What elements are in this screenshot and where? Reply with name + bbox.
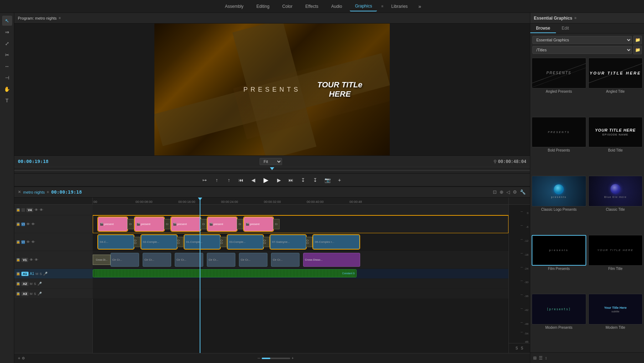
- v4-toggle2[interactable]: [21, 208, 25, 212]
- export-frame-btn[interactable]: 📷: [323, 175, 332, 185]
- v2-mute[interactable]: 👁: [31, 240, 35, 244]
- graphics-source-select[interactable]: Essential Graphics Local Templates Folde…: [532, 36, 632, 44]
- v1-clip-6[interactable]: Cir Cr...: [271, 253, 300, 267]
- v2-lock[interactable]: 🔒: [16, 240, 20, 244]
- v3-clip-4[interactable]: 🎬 present: [208, 217, 237, 231]
- go-to-out-btn[interactable]: ⏭: [286, 175, 296, 185]
- linked-selection-tool[interactable]: ⊕: [499, 189, 504, 195]
- graphic-film-presents[interactable]: presents Film Presents: [532, 235, 586, 292]
- add-track-btn[interactable]: +: [18, 356, 20, 361]
- v1-clip-7[interactable]: Cross Disso...: [303, 253, 360, 267]
- v3-clip-1[interactable]: 🎬 present: [98, 217, 127, 231]
- settings-btn[interactable]: ⚙: [22, 356, 25, 360]
- angled-presents-thumb[interactable]: PRESENTS: [532, 58, 586, 88]
- graphic-bold-presents[interactable]: PRESENTS Bold Presents: [532, 117, 586, 174]
- a3-lock[interactable]: 🔒: [16, 292, 20, 296]
- wrench-tool[interactable]: 🔧: [519, 189, 526, 195]
- v2-trans-2[interactable]: Cr Cr: [177, 237, 183, 247]
- graphic-modern-title[interactable]: Your Title Here subtitle Modern Title: [588, 294, 643, 351]
- angled-title-thumb[interactable]: YOUR TITLE HERE: [588, 58, 643, 88]
- classic-logo-thumb[interactable]: presents: [532, 176, 586, 206]
- v2-trans-4[interactable]: Cr Cr: [263, 237, 270, 247]
- graphic-classic-logo[interactable]: presents Classic Logo Presents: [532, 176, 586, 233]
- v2-trans-5[interactable]: Cr Cr: [306, 237, 312, 247]
- v3-trans-1[interactable]: Cr: [127, 219, 134, 229]
- step-back-btn[interactable]: ◀: [249, 175, 258, 185]
- mark-clip-in-btn[interactable]: ↑: [212, 175, 221, 185]
- v3-trans-2[interactable]: Cr: [164, 219, 170, 229]
- v1-eye[interactable]: 👁: [30, 258, 33, 262]
- v1-clip-4[interactable]: Cir Cr...: [207, 253, 235, 267]
- sort-btn[interactable]: ↕: [545, 356, 547, 361]
- a1-lock[interactable]: 🔒: [16, 272, 20, 276]
- v3-trans-3[interactable]: Cr: [200, 219, 207, 229]
- text-tool[interactable]: T: [2, 96, 12, 106]
- a3-m-btn[interactable]: M: [30, 292, 33, 296]
- bold-title-thumb[interactable]: YOUR TITLE HERE EPISODE NAME: [588, 117, 643, 148]
- v1-mute[interactable]: 👁: [35, 258, 38, 262]
- a2-m-btn[interactable]: M: [30, 282, 33, 286]
- classic-title-thumb[interactable]: Blue Ete Here: [588, 176, 643, 206]
- v2-clip-6[interactable]: 06-Complex r...: [313, 235, 359, 249]
- graphic-modern-presents[interactable]: [presents] Modern Presents: [532, 294, 586, 351]
- v4-mute[interactable]: 👁: [40, 208, 43, 212]
- tab-edit[interactable]: Edit: [556, 24, 575, 33]
- browse-folder-btn[interactable]: 📁: [633, 36, 642, 44]
- a3-s-btn[interactable]: S: [34, 292, 36, 296]
- selection-tool[interactable]: ↖: [2, 16, 12, 26]
- a2-mic[interactable]: 🎤: [37, 282, 42, 286]
- v1-cross-1[interactable]: Cross Di...: [93, 255, 111, 265]
- mark-in-btn[interactable]: ↦: [200, 175, 209, 185]
- close-sequence-btn[interactable]: ✕: [18, 190, 21, 194]
- new-folder-btn[interactable]: 📁: [633, 46, 642, 54]
- v2-eye[interactable]: 👁: [26, 240, 30, 244]
- v2-track[interactable]: 04-C... Cr Cr 02-Comple... Cr Cr 01-Comp…: [93, 233, 508, 251]
- zoom-slider[interactable]: [262, 358, 290, 359]
- go-to-in-btn[interactable]: ⏮: [236, 175, 246, 185]
- fit-selector[interactable]: Fit 25% 50% 100%: [260, 158, 282, 165]
- ripple-tool[interactable]: ⤢: [2, 39, 12, 48]
- menu-assembly[interactable]: Assembly: [220, 2, 249, 11]
- bold-presents-thumb[interactable]: PRESENTS: [532, 117, 586, 148]
- pen-tool[interactable]: ⊣: [2, 73, 12, 83]
- graphic-bold-title[interactable]: YOUR TITLE HERE EPISODE NAME Bold Title: [588, 117, 643, 174]
- film-title-thumb[interactable]: YOUR TITLE HERE: [588, 235, 643, 266]
- v3-mute[interactable]: 👁: [31, 222, 35, 226]
- scale-s-btn-1[interactable]: S: [516, 346, 518, 350]
- v1-lock[interactable]: 🔒: [16, 258, 20, 262]
- list-view-btn[interactable]: ☰: [539, 356, 543, 361]
- v1-clip-1[interactable]: Cir Cr...: [111, 253, 139, 267]
- menu-color[interactable]: Color: [277, 2, 298, 11]
- grid-view-btn[interactable]: ⊞: [533, 356, 537, 361]
- scrubber-track[interactable]: [14, 167, 530, 173]
- menu-audio[interactable]: Audio: [326, 2, 347, 11]
- modern-title-thumb[interactable]: Your Title Here subtitle: [588, 294, 643, 324]
- panel-menu-btn[interactable]: ≡: [574, 16, 577, 20]
- monitor-menu-icon[interactable]: ≡: [59, 16, 61, 20]
- graphic-angled-title[interactable]: YOUR TITLE HERE Angled Title: [588, 58, 643, 115]
- v4-toggle[interactable]: 🔒: [16, 208, 20, 212]
- menu-editing[interactable]: Editing: [251, 2, 275, 11]
- a1-s-btn[interactable]: S: [40, 272, 42, 276]
- sequence-menu-btn[interactable]: ≡: [47, 190, 49, 194]
- a1-track[interactable]: Constant G: [93, 269, 508, 279]
- graphic-film-title[interactable]: YOUR TITLE HERE Film Title: [588, 235, 643, 292]
- play-btn[interactable]: ▶: [261, 175, 271, 185]
- modern-presents-thumb[interactable]: [presents]: [532, 294, 586, 324]
- film-presents-thumb[interactable]: presents: [532, 235, 586, 266]
- menu-graphics[interactable]: Graphics: [350, 1, 377, 11]
- v2-clip-4[interactable]: 03-Comple...: [228, 235, 263, 249]
- v2-trans-1[interactable]: Cr Cr: [134, 237, 140, 247]
- v2-trans-3[interactable]: Cr Cr: [220, 237, 226, 247]
- v2-clip-5[interactable]: 07-Sadoyne...: [270, 235, 306, 249]
- v1-clip-3[interactable]: Cir Cr...: [175, 253, 203, 267]
- category-select[interactable]: /Titles /All /Presents: [532, 46, 632, 54]
- graphic-angled-presents[interactable]: PRESENTS Angled Presents: [532, 58, 586, 115]
- menu-libraries[interactable]: Libraries: [386, 2, 413, 11]
- tab-browse[interactable]: Browse: [530, 24, 556, 33]
- a1-audio-clip[interactable]: Constant G: [93, 269, 357, 277]
- v3-trans-4[interactable]: Cr: [237, 219, 243, 229]
- add-btn[interactable]: +: [335, 175, 344, 185]
- v3-trans-5[interactable]: Cr: [273, 219, 280, 229]
- zoom-to-fit-btn[interactable]: ⚲: [494, 159, 497, 164]
